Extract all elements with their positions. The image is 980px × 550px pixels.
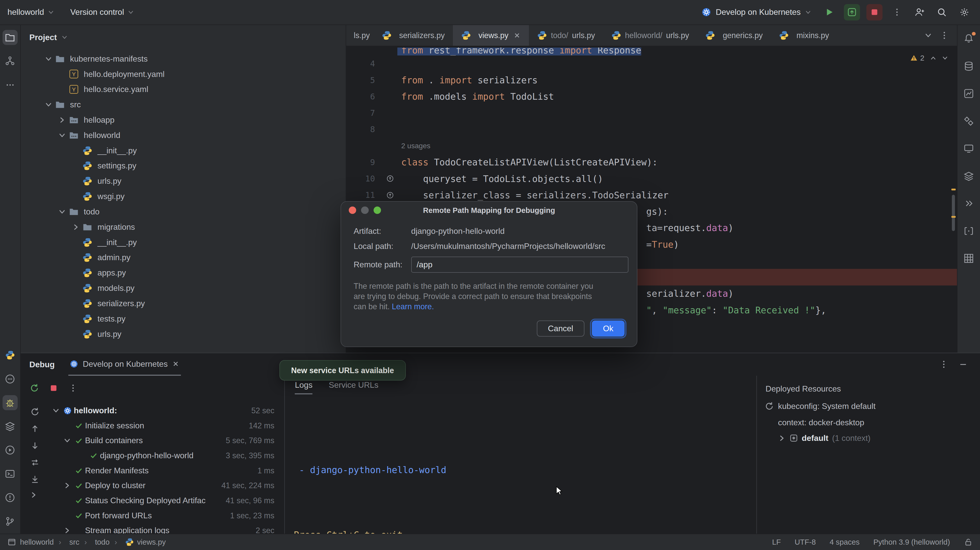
breadcrumb-item[interactable]: helloworld (20, 538, 54, 547)
debug-tool-icon[interactable] (3, 395, 18, 410)
tree-chevron-icon[interactable] (62, 422, 73, 430)
log-console[interactable]: - django-python-hello-world Press Ctrl+C… (285, 395, 756, 534)
editor-tab[interactable]: todo/urls.py (529, 25, 603, 46)
tree-chevron-icon[interactable] (62, 512, 73, 519)
warning-stripe-mark[interactable] (951, 216, 956, 218)
deploy-step-row[interactable]: Build containers 5 sec, 769 ms (48, 433, 284, 448)
breadcrumb-item[interactable]: views.py (110, 538, 166, 547)
tab-options-icon[interactable] (939, 30, 949, 40)
project-selector[interactable]: helloworld (8, 7, 54, 17)
tree-chevron-icon[interactable] (62, 527, 73, 534)
editor-tab[interactable]: helloworld/urls.py (603, 25, 697, 46)
tree-chevron-icon[interactable] (71, 162, 81, 170)
tree-chevron-icon[interactable] (62, 467, 73, 474)
version-control-tool-icon[interactable] (3, 514, 18, 529)
python-packages-tool-icon[interactable] (3, 348, 18, 363)
tree-chevron-icon[interactable] (71, 223, 81, 231)
deploy-step-row[interactable]: Port forward URLs 1 sec, 23 ms (48, 508, 284, 523)
project-panel-header[interactable]: Project (21, 25, 346, 50)
tree-chevron-icon[interactable] (62, 482, 73, 489)
more-options-icon[interactable] (68, 383, 78, 393)
deploy-step-row[interactable]: Status Checking Deployed Artifac 41 sec,… (48, 493, 284, 508)
project-tree-item[interactable]: hello.service.yaml (21, 82, 346, 97)
tree-chevron-icon[interactable] (71, 284, 81, 292)
deploy-step-row[interactable]: helloworld: 52 sec (48, 403, 284, 418)
more-tools-icon[interactable] (3, 78, 18, 92)
status-widget[interactable]: LF (772, 538, 781, 547)
dependencies-tool-icon[interactable] (961, 114, 976, 128)
editor-scrollbar[interactable] (952, 195, 955, 231)
status-widget[interactable]: UTF-8 (794, 538, 816, 547)
editor-tab[interactable]: mixins.py (771, 25, 837, 46)
problems-tool-icon[interactable] (3, 490, 18, 505)
debug-options-icon[interactable] (939, 359, 949, 369)
learn-more-link[interactable]: Learn more. (392, 302, 434, 311)
project-tree-item[interactable]: __init__.py (21, 143, 346, 158)
service-urls-balloon[interactable]: New service URLs available (279, 360, 406, 380)
cancel-button[interactable]: Cancel (537, 320, 584, 337)
deploy-step-row[interactable]: Deploy to cluster 41 sec, 224 ms (48, 478, 284, 493)
project-tree-item[interactable]: migrations (21, 219, 346, 235)
project-tree-item[interactable]: todo (21, 204, 346, 220)
editor-tab[interactable]: serializers.py (374, 25, 453, 46)
vcs-selector[interactable]: Version control (70, 7, 134, 17)
warning-stripe-mark[interactable] (951, 189, 956, 190)
breadcrumb-item[interactable]: todo (80, 538, 110, 547)
hide-windows-icon[interactable] (961, 196, 976, 211)
override-marker-icon[interactable] (387, 175, 394, 182)
editor-tab[interactable]: generics.py (697, 25, 771, 46)
run-button[interactable] (821, 4, 838, 21)
tree-chevron-icon[interactable] (57, 70, 68, 78)
deploy-step-row[interactable]: django-python-hello-world 3 sec, 395 ms (48, 448, 284, 463)
project-tree-item[interactable]: tests.py (21, 311, 346, 327)
step-out-icon[interactable] (30, 424, 40, 434)
tree-chevron-icon[interactable] (43, 101, 54, 108)
tree-chevron-icon[interactable] (77, 452, 88, 459)
deploy-step-row[interactable]: Stream application logs 2 sec (48, 523, 284, 534)
step-into-icon[interactable] (30, 441, 40, 450)
tree-chevron-icon[interactable] (62, 497, 73, 504)
tree-chevron-icon[interactable] (71, 254, 81, 261)
unlocked-icon[interactable] (964, 538, 972, 547)
project-tool-icon[interactable] (3, 30, 18, 45)
project-tree-item[interactable]: kubernetes-manifests (21, 51, 346, 67)
editor-tab[interactable]: views.py (453, 25, 529, 46)
data-tables-icon[interactable] (961, 251, 976, 266)
stop-icon[interactable] (49, 383, 59, 393)
breadcrumb-item[interactable]: src (54, 538, 80, 547)
expand-icon[interactable] (30, 491, 37, 499)
editor-tab[interactable]: ls.py (346, 25, 374, 46)
project-tree-item[interactable]: admin.py (21, 250, 346, 265)
tree-chevron-icon[interactable] (71, 330, 81, 338)
devices-tool-icon[interactable] (961, 141, 976, 156)
logs-tab[interactable]: Logs (295, 380, 312, 395)
next-issue-icon[interactable] (942, 55, 948, 61)
debug-session-tab[interactable]: Develop on Kubernetes (68, 353, 181, 376)
project-tree-item[interactable]: hello.deployment.yaml (21, 67, 346, 82)
redeploy-button[interactable] (844, 4, 860, 21)
minimize-window-icon[interactable] (361, 206, 369, 214)
tree-chevron-icon[interactable] (57, 208, 68, 216)
code-with-me-icon[interactable] (911, 4, 928, 21)
close-tab-icon[interactable] (513, 32, 521, 39)
project-tree-item[interactable]: wsgi.py (21, 189, 346, 204)
tree-chevron-icon[interactable] (43, 55, 54, 63)
tree-chevron-icon[interactable] (57, 132, 68, 139)
rerun-icon[interactable] (29, 383, 40, 393)
tree-chevron-icon[interactable] (51, 407, 61, 414)
ok-button[interactable]: Ok (592, 320, 625, 337)
run-to-cursor-icon[interactable] (30, 474, 40, 484)
project-tree-item[interactable]: helloapp (21, 113, 346, 128)
status-widget[interactable]: 4 spaces (830, 538, 859, 547)
database-tool-icon[interactable] (961, 59, 976, 74)
status-widget[interactable]: Python 3.9 (helloworld) (873, 538, 950, 547)
run-tool-icon[interactable] (3, 443, 18, 458)
deploy-step-row[interactable]: Render Manifests 1 ms (48, 463, 284, 478)
tree-chevron-icon[interactable] (71, 147, 81, 154)
swap-icon[interactable] (30, 458, 40, 468)
project-tree-item[interactable]: models.py (21, 281, 346, 296)
project-tree-item[interactable]: urls.py (21, 174, 346, 189)
prev-issue-icon[interactable] (930, 55, 936, 61)
terminal-tool-icon[interactable] (3, 466, 18, 482)
tree-chevron-icon[interactable] (71, 300, 81, 307)
